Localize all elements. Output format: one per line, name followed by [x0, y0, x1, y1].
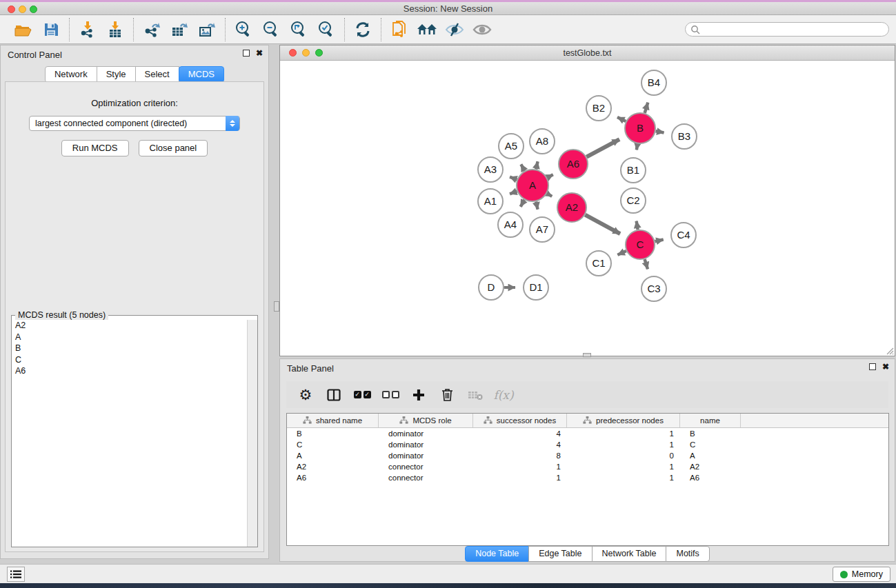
zoom-out-button[interactable]	[257, 19, 285, 41]
memory-button[interactable]: Memory	[833, 567, 890, 582]
cell-name[interactable]: A2	[680, 463, 741, 471]
mcds-result-item[interactable]: A	[12, 332, 246, 343]
mcds-result-item[interactable]: B	[12, 343, 246, 354]
edge-A-A4[interactable]	[521, 200, 525, 207]
table-float-panel-icon[interactable]	[869, 363, 876, 370]
edge-A2-C[interactable]	[585, 215, 620, 234]
cell-MCDS-role[interactable]: dominator	[379, 452, 473, 460]
table-row[interactable]: A6connector11A6	[287, 472, 888, 483]
mcds-result-list[interactable]: A2ABCA6	[12, 320, 246, 547]
cell-shared-name[interactable]: A6	[287, 474, 379, 482]
table-settings-button[interactable]: ⚙	[295, 385, 316, 405]
hide-graphics-button[interactable]	[441, 19, 468, 41]
cell-predecessor-nodes[interactable]: 1	[567, 429, 680, 438]
node-C4[interactable]: C4	[671, 223, 696, 247]
export-image-button[interactable]	[193, 19, 221, 41]
table-close-panel-icon[interactable]: ✖	[882, 363, 889, 370]
cell-successor-nodes[interactable]: 8	[473, 452, 567, 460]
mcds-result-item[interactable]: C	[12, 354, 246, 366]
cell-predecessor-nodes[interactable]: 1	[567, 440, 680, 449]
edge-C-C4[interactable]	[655, 240, 663, 242]
show-graphics-button[interactable]	[468, 19, 496, 41]
node-A[interactable]: A	[517, 170, 548, 201]
tab-motifs[interactable]: Motifs	[666, 546, 709, 562]
cell-name[interactable]: B	[680, 429, 741, 438]
tab-network-table[interactable]: Network Table	[592, 546, 667, 562]
close-panel-icon[interactable]: ✖	[256, 50, 263, 57]
edge-A-A7[interactable]	[536, 201, 537, 209]
network-canvas[interactable]: AA1A2A3A4A5A6A7A8BB1B2B3B4CC1C2C3C4DD1	[280, 61, 895, 356]
network-graph[interactable]: AA1A2A3A4A5A6A7A8BB1B2B3B4CC1C2C3C4DD1	[280, 61, 895, 356]
node-D1[interactable]: D1	[524, 275, 548, 300]
table-row[interactable]: Adominator80A	[287, 450, 888, 461]
home-view-button[interactable]	[413, 19, 441, 41]
edge-A-A8[interactable]	[536, 161, 537, 169]
import-table-button[interactable]	[101, 19, 129, 41]
clone-network-button[interactable]	[386, 19, 413, 41]
search-input[interactable]	[685, 22, 889, 37]
table-row[interactable]: A2connector11A2	[287, 461, 888, 472]
import-network-button[interactable]	[74, 19, 101, 41]
table-row[interactable]: Cdominator41C	[287, 439, 888, 450]
node-C3[interactable]: C3	[641, 276, 666, 301]
create-column-button[interactable]	[408, 385, 429, 405]
delete-columns-button[interactable]	[437, 385, 457, 405]
cell-MCDS-role[interactable]: connector	[379, 463, 473, 471]
unselect-all-columns-button[interactable]	[380, 385, 401, 405]
column-header-successor-nodes[interactable]: successor nodes	[473, 414, 567, 427]
cell-name[interactable]: C	[680, 440, 741, 449]
save-session-button[interactable]	[37, 19, 65, 41]
cell-shared-name[interactable]: B	[287, 429, 379, 438]
node-B[interactable]: B	[625, 113, 655, 143]
open-session-button[interactable]	[10, 19, 37, 41]
column-header-shared-name[interactable]: shared name	[287, 414, 379, 427]
task-history-button[interactable]	[7, 567, 25, 582]
edge-B-B3[interactable]	[656, 131, 664, 132]
zoom-fit-button[interactable]	[285, 19, 312, 41]
tab-edge-table[interactable]: Edge Table	[528, 546, 592, 562]
criterion-dropdown[interactable]: largest connected component (directed)	[29, 116, 240, 131]
edge-B-B4[interactable]	[645, 103, 648, 113]
resize-grip-icon[interactable]	[884, 345, 894, 355]
node-A2[interactable]: A2	[557, 193, 586, 222]
cell-successor-nodes[interactable]: 4	[473, 440, 567, 449]
node-B3[interactable]: B3	[672, 124, 697, 149]
cell-shared-name[interactable]: A2	[287, 463, 379, 471]
node-D[interactable]: D	[479, 275, 504, 300]
edge-A6-B[interactable]	[586, 139, 619, 157]
tab-style[interactable]: Style	[97, 66, 136, 83]
cell-MCDS-role[interactable]: dominator	[379, 429, 473, 438]
node-table[interactable]: shared nameMCDS rolesuccessor nodesprede…	[286, 413, 889, 546]
select-all-columns-button[interactable]: ✓✓	[352, 385, 372, 405]
cell-shared-name[interactable]: C	[287, 440, 379, 449]
node-A5[interactable]: A5	[499, 134, 524, 159]
close-panel-button[interactable]: Close panel	[139, 140, 208, 156]
tab-mcds[interactable]: MCDS	[179, 66, 224, 83]
edge-C-C2[interactable]	[637, 221, 638, 230]
mcds-result-item[interactable]: A2	[12, 320, 246, 332]
column-header-predecessor-nodes[interactable]: predecessor nodes	[567, 414, 680, 427]
column-header-MCDS-role[interactable]: MCDS role	[379, 414, 473, 427]
edge-B-B2[interactable]	[617, 117, 626, 121]
cell-shared-name[interactable]: A	[287, 452, 379, 460]
mcds-result-item[interactable]: A6	[12, 365, 246, 377]
node-C[interactable]: C	[626, 230, 655, 259]
cell-name[interactable]: A6	[680, 474, 741, 482]
edge-A-A6[interactable]	[547, 174, 553, 177]
cell-predecessor-nodes[interactable]: 1	[567, 474, 680, 482]
tab-network[interactable]: Network	[45, 66, 97, 83]
edge-A-A2[interactable]	[547, 194, 552, 196]
node-A1[interactable]: A1	[478, 189, 503, 214]
edge-C-C1[interactable]	[617, 251, 626, 255]
node-C2[interactable]: C2	[621, 188, 646, 213]
zoom-selected-button[interactable]	[312, 19, 340, 41]
node-B2[interactable]: B2	[586, 96, 611, 121]
table-row[interactable]: Bdominator41B	[287, 428, 888, 439]
zoom-in-button[interactable]	[230, 19, 257, 41]
cell-name[interactable]: A	[680, 452, 741, 460]
cell-MCDS-role[interactable]: dominator	[379, 440, 473, 449]
edge-A-A5[interactable]	[521, 164, 524, 171]
edge-A-A3[interactable]	[510, 177, 517, 180]
node-B1[interactable]: B1	[621, 158, 646, 183]
mcds-result-scrollbar[interactable]	[247, 320, 257, 547]
